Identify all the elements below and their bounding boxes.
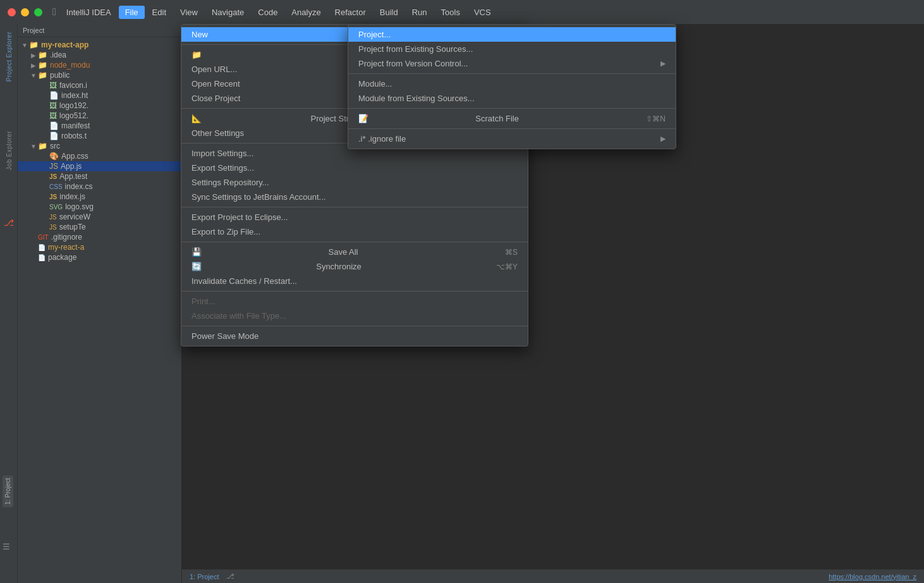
titlebar:  IntelliJ IDEA File Edit View Navigate … (0, 0, 924, 24)
project-panel-header: Project (18, 24, 181, 37)
tree-gitignore[interactable]: GIT .gitignore (18, 232, 181, 242)
tree-robots[interactable]: 📄 robots.t (18, 131, 181, 141)
menu-analyze[interactable]: Analyze (285, 6, 327, 19)
job-explorer-icon[interactable]: Job Explorer (3, 127, 15, 174)
file-icon-logo192: 🖼 (49, 101, 57, 110)
new-divider-1 (348, 73, 676, 74)
project-vcs-arrow: ▶ (660, 59, 666, 68)
expand-arrow-src: ▼ (29, 143, 38, 150)
new-submenu[interactable]: Project... Project from Existing Sources… (348, 24, 676, 149)
logo-svg-label: logo.svg (65, 202, 94, 211)
minimize-button[interactable] (21, 8, 29, 16)
menu-sync-settings[interactable]: Sync Settings to JetBrains Account... (181, 190, 528, 204)
tree-node-modules[interactable]: ▶ 📁 node_modu (18, 60, 181, 70)
tree-src[interactable]: ▼ 📁 src (18, 141, 181, 151)
project-tree: ▼ 📁 my-react-app ▶ 📁 .idea ▶ 📁 node_modu… (18, 37, 181, 583)
idea-label: .idea (50, 51, 66, 59)
file-icon-html: 📄 (49, 91, 59, 100)
menu-new-project-vcs[interactable]: Project from Version Control... ▶ (348, 56, 676, 71)
my-react-pkg-label: my-react-a (48, 243, 84, 252)
menu-build[interactable]: Build (374, 6, 404, 19)
file-icon-app-css: 🎨 (49, 152, 59, 161)
menu-edit[interactable]: Edit (146, 6, 173, 19)
menu-navigate[interactable]: Navigate (205, 6, 250, 19)
menu-settings-repo[interactable]: Settings Repository... (181, 175, 528, 190)
file-icon-service-worker: JS (49, 214, 57, 221)
tree-package[interactable]: 📄 package (18, 252, 181, 262)
menu-bar:  IntelliJ IDEA File Edit View Navigate … (52, 6, 497, 19)
file-icon-robots: 📄 (49, 132, 59, 140)
project-explorer-icon[interactable]: Project Explorer (3, 28, 15, 85)
file-icon-setup-tests: JS (49, 224, 57, 231)
menu-synchronize[interactable]: 🔄 Synchronize ⌥⌘Y (181, 259, 528, 274)
folder-icon-node: 📁 (38, 61, 47, 70)
tree-service-worker[interactable]: JS serviceW (18, 212, 181, 222)
apple-icon:  (52, 6, 56, 18)
tree-index-js[interactable]: JS index.js (18, 192, 181, 202)
menu-print: Print... (181, 294, 528, 309)
menu-new-project[interactable]: Project... (348, 27, 676, 42)
index-css-label: index.cs (65, 182, 93, 191)
tree-root[interactable]: ▼ 📁 my-react-app (18, 40, 181, 50)
file-icon-gitignore: GIT (38, 234, 49, 241)
maximize-button[interactable] (34, 8, 42, 16)
menu-refactor[interactable]: Refactor (329, 6, 372, 19)
menu-export-zip[interactable]: Export to Zip File... (181, 224, 528, 239)
new-divider-3 (348, 128, 676, 129)
menu-tools[interactable]: Tools (435, 6, 466, 19)
tree-logo512[interactable]: 🖼 logo512. (18, 111, 181, 121)
file-icon-index-js: JS (49, 193, 57, 200)
tree-manifest[interactable]: 📄 manifest (18, 121, 181, 131)
file-icon-app-js: JS (49, 162, 58, 171)
tree-favicon[interactable]: 🖼 favicon.i (18, 80, 181, 90)
new-label: New (191, 30, 208, 39)
menu-new-module-existing[interactable]: Module from Existing Sources... (348, 91, 676, 106)
menu-file[interactable]: File (119, 6, 145, 19)
node-modules-label: node_modu (50, 61, 90, 70)
menu-power-save[interactable]: Power Save Mode (181, 329, 528, 343)
tree-app-js[interactable]: JS App.js (18, 161, 181, 171)
file-icon-manifest: 📄 (49, 121, 59, 130)
tree-logo-svg[interactable]: SVG logo.svg (18, 202, 181, 212)
close-button[interactable] (8, 8, 16, 16)
menu-export-settings[interactable]: Export Settings... (181, 161, 528, 175)
menu-new-scratch-file[interactable]: 📝 Scratch File ⇧⌘N (348, 111, 676, 126)
project-tab[interactable]: 1: Project (3, 476, 13, 507)
package-label: package (48, 253, 76, 262)
tree-item-label: my-react-app (41, 40, 88, 49)
tree-app-css[interactable]: 🎨 App.css (18, 151, 181, 161)
file-icon-package: 📄 (38, 254, 46, 261)
setup-tests-label: setupTe (59, 223, 86, 231)
tree-idea[interactable]: ▶ 📁 .idea (18, 50, 181, 60)
structure-icon[interactable]: ☰ (3, 542, 10, 551)
tree-setup-tests[interactable]: JS setupTe (18, 222, 181, 232)
tree-index-css[interactable]: CSS index.cs (18, 181, 181, 192)
menu-associate: Associate with File Type... (181, 309, 528, 323)
menu-run[interactable]: Run (406, 6, 434, 19)
file-icon-index-css: CSS (49, 183, 63, 190)
menu-intellij[interactable]: IntelliJ IDEA (60, 6, 118, 19)
app-css-label: App.css (61, 152, 88, 161)
service-worker-label: serviceW (59, 212, 90, 221)
git-icon[interactable]: ⎇ (2, 216, 16, 230)
status-url[interactable]: https://blog.csdn.net/yitian_z (829, 573, 916, 580)
tree-index-html[interactable]: 📄 index.ht (18, 90, 181, 101)
menu-save-all[interactable]: 💾 Save All ⌘S (181, 245, 528, 259)
expand-arrow-node: ▶ (29, 62, 38, 69)
expand-arrow-public: ▼ (29, 72, 38, 79)
menu-export-eclipse[interactable]: Export Project to Eclipse... (181, 210, 528, 224)
menu-code[interactable]: Code (252, 6, 284, 19)
app-test-label: App.test (59, 172, 87, 181)
menu-invalidate-caches[interactable]: Invalidate Caches / Restart... (181, 274, 528, 288)
menu-vcs[interactable]: VCS (468, 6, 497, 19)
tree-logo192[interactable]: 🖼 logo192. (18, 101, 181, 111)
menu-view[interactable]: View (174, 6, 204, 19)
tree-my-react-pkg[interactable]: 📄 my-react-a (18, 242, 181, 252)
menu-new-module[interactable]: Module... (348, 77, 676, 91)
folder-icon-src: 📁 (38, 142, 47, 150)
tree-public[interactable]: ▼ 📁 public (18, 70, 181, 80)
menu-new-ignore-file[interactable]: .i* .ignore file ▶ (348, 132, 676, 146)
scratch-file-icon: 📝 (358, 114, 368, 123)
tree-app-test[interactable]: JS App.test (18, 171, 181, 181)
menu-new-project-existing[interactable]: Project from Existing Sources... (348, 42, 676, 56)
